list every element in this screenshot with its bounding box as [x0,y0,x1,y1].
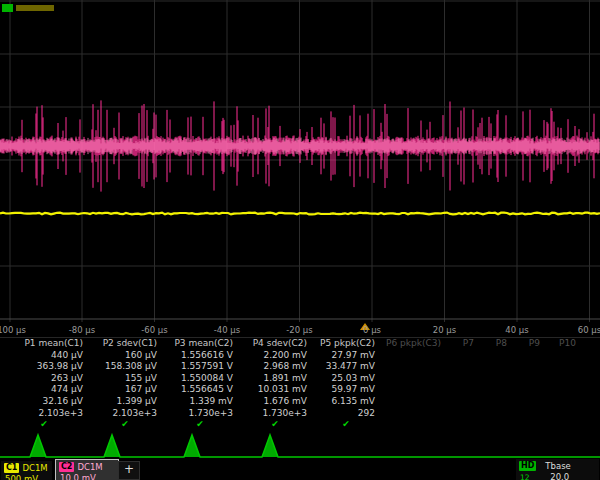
measure-status-check [512,419,545,431]
measure-value-cell [479,396,512,408]
time-axis-label: 60 µs [578,325,600,335]
c2-scale: 10.0 mV [59,473,115,480]
time-axis-label: 0 µs [363,325,381,335]
timebase-value: 20.0 µs/div [550,472,596,480]
oscilloscope-screen: -100 µs-80 µs-60 µs-40 µs-20 µs0 µs20 µs… [0,0,600,480]
measure-value-cell: 2.200 mV [238,350,312,362]
measure-value-cell [512,373,545,385]
measure-value-cell [512,408,545,420]
time-axis-label: -60 µs [141,325,167,335]
measure-value-cell: 1.891 mV [238,373,312,385]
measure-value-cell [479,408,512,420]
timebase-descriptor[interactable]: HD Tbase 12 Bits 20.0 µs/div [516,459,599,480]
measure-column-header[interactable]: P1 mean(C1) [0,338,88,350]
measure-value-cell: 2.968 mV [238,361,312,373]
plus-icon: + [124,462,134,476]
measure-column-header[interactable]: P3 mean(C2) [162,338,238,350]
measurement-table: P1 mean(C1)P2 sdev(C1)P3 mean(C2)P4 sdev… [0,337,600,431]
c1-channel-chip: C1 [4,463,19,473]
measure-value-cell: 1.676 mV [238,396,312,408]
measure-value-cell [446,350,479,362]
measure-column-header[interactable]: P2 sdev(C1) [88,338,162,350]
measure-column-header[interactable]: P8 [479,338,512,350]
trend-display [0,430,600,460]
measure-value-cell [545,396,581,408]
measurement-status-row: ✔✔✔✔✔ [0,419,600,431]
measure-status-check [479,419,512,431]
measure-value-cell [479,384,512,396]
measure-value-cell: 10.031 mV [238,384,312,396]
measure-column-header[interactable]: P6 pkpk(C3) [380,338,446,350]
measure-status-check [446,419,479,431]
c2-channel-chip: C2 [59,462,74,472]
resolution-bits: 12 Bits [520,473,545,480]
measure-value-cell: 1.557591 V [162,361,238,373]
measure-value-cell [545,373,581,385]
measure-value-cell: 25.03 mV [312,373,380,385]
measure-value-cell: 167 µV [88,384,162,396]
c1-scale: 500 mV [4,474,49,480]
measure-value-row: 363.98 µV158.308 µV1.557591 V2.968 mV33.… [0,361,600,373]
measure-value-cell: 27.97 mV [312,350,380,362]
measurement-table-header-row: P1 mean(C1)P2 sdev(C1)P3 mean(C2)P4 sdev… [0,338,600,350]
measure-value-cell [512,361,545,373]
measure-value-cell [446,396,479,408]
hd-badge: HD [519,461,536,471]
measure-status-check: ✔ [0,419,88,431]
timebase-label: Tbase [545,461,570,471]
measure-status-check: ✔ [162,419,238,431]
measure-value-cell: 158.308 µV [88,361,162,373]
measure-value-cell: 1.730e+3 [162,408,238,420]
cursor-marker[interactable]: + [118,461,140,480]
measure-value-row: 32.16 µV1.399 µV1.339 mV1.676 mV6.135 mV [0,396,600,408]
measure-column-header[interactable]: P7 [446,338,479,350]
measure-value-cell [446,361,479,373]
measure-column-header[interactable]: P5 pkpk(C2) [312,338,380,350]
measure-value-cell [545,350,581,362]
channel-descriptor-c1[interactable]: C1DC1M 500 mV [1,461,52,480]
measure-status-check: ✔ [312,419,380,431]
descriptor-bar: C1DC1M 500 mV C2DC1M 10.0 mV + HD Tbase … [0,458,600,480]
measure-value-cell [446,373,479,385]
waveform-display[interactable] [0,0,600,322]
measure-value-cell [380,373,446,385]
measure-value-cell: 292 [312,408,380,420]
measure-value-cell [380,384,446,396]
measure-column-header[interactable]: P9 [512,338,545,350]
measure-value-cell [545,408,581,420]
measure-status-check [380,419,446,431]
time-axis: -100 µs-80 µs-60 µs-40 µs-20 µs0 µs20 µs… [0,322,600,337]
measure-value-cell: 1.556645 V [162,384,238,396]
channel-descriptor-c2[interactable]: C2DC1M 10.0 mV [55,459,119,480]
measure-value-cell: 1.550084 V [162,373,238,385]
measure-value-row: 440 µV160 µV1.556616 V2.200 mV27.97 mV [0,350,600,362]
measure-value-cell [380,408,446,420]
measure-column-header[interactable]: P10 [545,338,581,350]
time-axis-label: -80 µs [69,325,95,335]
measure-value-cell [446,384,479,396]
trend-peak [30,435,46,457]
status-indicator-icon [2,4,13,12]
measure-value-cell: 474 µV [0,384,88,396]
measure-value-cell: 1.399 µV [88,396,162,408]
measure-value-cell [380,396,446,408]
measure-value-cell [545,361,581,373]
measure-column-header[interactable]: P4 sdev(C2) [238,338,312,350]
measure-value-cell [512,396,545,408]
time-axis-label: -20 µs [286,325,312,335]
measure-value-row: 474 µV167 µV1.556645 V10.031 mV59.97 mV [0,384,600,396]
annotation-indicator-icon [16,5,54,11]
measure-value-cell: 32.16 µV [0,396,88,408]
measure-status-check: ✔ [238,419,312,431]
c1-coupling: DC1M [22,463,47,473]
time-axis-label: -40 µs [214,325,240,335]
measure-status-check: ✔ [88,419,162,431]
measure-value-cell: 155 µV [88,373,162,385]
measure-value-cell: 263 µV [0,373,88,385]
time-axis-label: 40 µs [505,325,528,335]
measure-value-row: 263 µV155 µV1.550084 V1.891 mV25.03 mV [0,373,600,385]
trend-peak [184,435,200,457]
measure-value-cell [512,384,545,396]
measure-value-row: 2.103e+32.103e+31.730e+31.730e+3292 [0,408,600,420]
time-axis-label: 20 µs [433,325,456,335]
